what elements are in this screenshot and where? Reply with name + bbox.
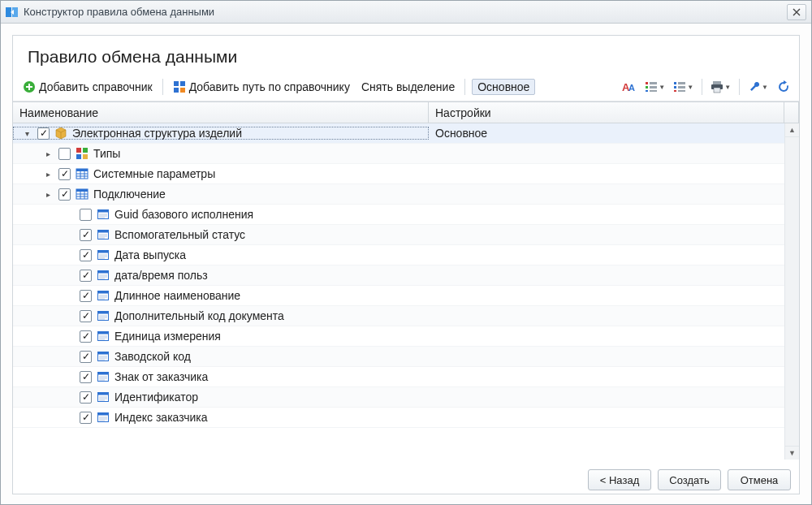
field-icon (97, 228, 110, 241)
checkbox[interactable] (80, 290, 92, 302)
tree-row[interactable]: Дополнительный код документа (13, 306, 784, 326)
deselect-button[interactable]: Снять выделение (358, 79, 458, 95)
field-icon (97, 248, 110, 261)
svg-rect-10 (646, 86, 648, 88)
chevron-down-icon: ▼ (724, 84, 731, 91)
field-icon (97, 330, 110, 343)
svg-rect-18 (678, 82, 685, 84)
refresh-icon-button[interactable] (775, 78, 793, 96)
svg-rect-91 (98, 413, 109, 416)
tree-row[interactable]: ▸Системные параметры (13, 164, 784, 184)
tree-row[interactable]: Длинное наименование (13, 286, 784, 306)
tree-row[interactable]: Идентификатор (13, 387, 784, 408)
tree-row[interactable]: Единица измерения (13, 326, 784, 347)
tree-row[interactable]: Знак от заказчика (13, 367, 784, 387)
cancel-button[interactable]: Отмена (728, 469, 791, 490)
tree-row[interactable]: ▸Подключение (13, 184, 784, 205)
svg-rect-61 (98, 291, 109, 294)
list1-icon-button[interactable]: ▼ (643, 80, 667, 94)
svg-rect-46 (98, 231, 109, 233)
tree-row-label: дата/время польз (114, 269, 208, 282)
checkbox[interactable] (58, 168, 71, 180)
checkbox[interactable] (80, 391, 92, 404)
tree-row[interactable]: Guid базового исполнения (13, 205, 784, 225)
scroll-down-icon[interactable]: ▼ (785, 446, 799, 460)
checkbox[interactable] (80, 270, 92, 282)
main-toggle-label: Основное (477, 80, 529, 93)
svg-rect-27 (83, 154, 88, 159)
content-panel: Правило обмена данными Добавить справочн… (12, 35, 800, 494)
checkbox[interactable] (80, 412, 92, 424)
field-icon (97, 370, 110, 383)
tree-row[interactable]: ▾Электронная структура изделийОсновное (13, 123, 784, 144)
main-toggle[interactable]: Основное (472, 79, 535, 95)
tree-row[interactable]: Вспомогательный статус (13, 225, 784, 245)
column-header-settings[interactable]: Настройки (429, 102, 784, 123)
table-icon (76, 188, 89, 201)
checkbox[interactable] (37, 127, 50, 140)
tree-row-settings: Основное (429, 127, 784, 140)
tree-list: Наименование Настройки ▾Электронная стру… (13, 101, 799, 460)
checkbox[interactable] (80, 310, 92, 322)
list2-icon-button[interactable]: ▼ (672, 80, 695, 94)
chevron-down-icon: ▼ (659, 84, 665, 91)
tree-row-label: Вспомогательный статус (114, 228, 245, 241)
svg-rect-15 (674, 82, 676, 84)
create-button[interactable]: Создать (658, 469, 721, 490)
checkbox[interactable] (80, 249, 92, 261)
types-icon (76, 147, 89, 160)
expander-open-icon[interactable]: ▾ (21, 129, 32, 138)
svg-rect-56 (98, 271, 109, 274)
expander-closed-icon[interactable]: ▸ (42, 170, 54, 179)
field-icon (97, 391, 110, 404)
svg-rect-12 (650, 82, 657, 84)
checkbox[interactable] (80, 351, 92, 363)
checkbox[interactable] (58, 148, 71, 160)
back-button[interactable]: < Назад (588, 469, 651, 490)
field-icon (97, 350, 110, 363)
tree-row[interactable]: Заводской код (13, 347, 784, 367)
field-icon (97, 309, 110, 322)
tree-row-label: Знак от заказчика (114, 370, 208, 383)
svg-rect-11 (646, 90, 648, 92)
add-path-button[interactable]: Добавить путь по справочнику (170, 79, 353, 95)
checkbox[interactable] (80, 330, 92, 343)
tree-row-label: Индекс заказчика (114, 411, 207, 424)
tree-row[interactable]: дата/время польз (13, 265, 784, 286)
svg-rect-29 (76, 169, 88, 171)
font-icon-button[interactable]: AA (620, 78, 638, 96)
tree-row[interactable]: Дата выпуска (13, 245, 784, 265)
svg-rect-51 (98, 251, 109, 253)
tree-row-label: Guid базового исполнения (114, 208, 253, 221)
add-reference-button[interactable]: Добавить справочник (19, 79, 156, 95)
svg-rect-17 (674, 90, 676, 92)
checkbox[interactable] (80, 371, 92, 383)
scrollbar[interactable]: ▲ ▼ (784, 123, 799, 460)
add-reference-label: Добавить справочник (39, 80, 153, 93)
close-button[interactable] (787, 4, 806, 20)
checkbox[interactable] (80, 209, 92, 221)
svg-rect-6 (180, 88, 185, 93)
scroll-up-icon[interactable]: ▲ (785, 123, 799, 137)
checkbox[interactable] (58, 188, 71, 201)
svg-rect-76 (98, 352, 109, 355)
expander-closed-icon[interactable]: ▸ (42, 190, 54, 199)
expander-closed-icon[interactable]: ▸ (42, 149, 54, 158)
column-header-name[interactable]: Наименование (13, 102, 429, 123)
tree-row[interactable]: ▸Типы (13, 144, 784, 164)
tree-row[interactable]: Индекс заказчика (13, 408, 784, 428)
tree-row-label: Типы (93, 147, 120, 160)
print-icon-button[interactable]: ▼ (709, 80, 732, 94)
window-title: Конструктор правила обмена данными (24, 6, 787, 18)
tree-row-label: Дата выпуска (114, 248, 186, 261)
tree-row-label: Заводской код (114, 350, 191, 363)
checkbox[interactable] (80, 229, 92, 241)
svg-rect-66 (98, 312, 109, 314)
toolbar: Добавить справочник Добавить путь по спр… (13, 75, 799, 101)
window-body: Правило обмена данными Добавить справочн… (1, 24, 811, 504)
package-icon (54, 127, 67, 140)
footer-buttons: < Назад Создать Отмена (13, 460, 799, 494)
separator (464, 79, 465, 95)
wrench-icon-button[interactable]: ▼ (746, 80, 770, 94)
tree-row-label: Электронная структура изделий (72, 127, 242, 140)
